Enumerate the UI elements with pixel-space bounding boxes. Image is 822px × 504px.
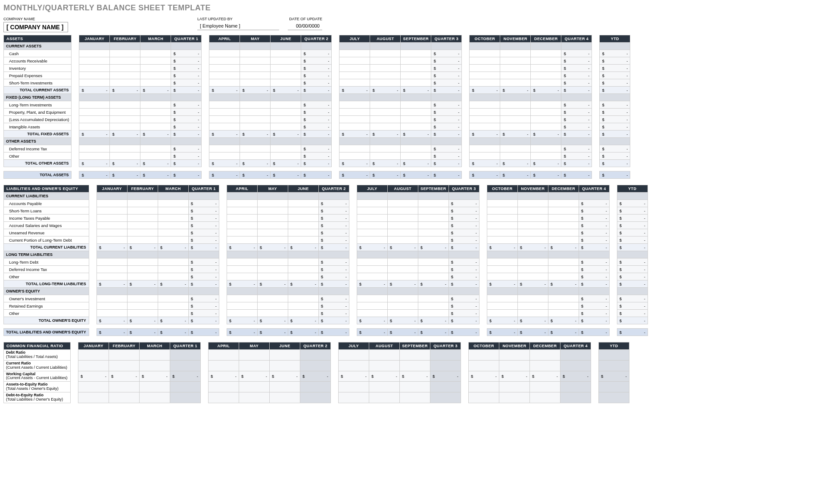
empty-cell[interactable] xyxy=(599,350,629,361)
empty-cell[interactable] xyxy=(418,200,448,207)
empty-cell[interactable] xyxy=(257,251,288,258)
money-cell[interactable]: $- xyxy=(301,145,332,152)
empty-cell[interactable] xyxy=(271,79,301,87)
empty-cell[interactable] xyxy=(487,302,517,310)
empty-cell[interactable] xyxy=(531,123,561,131)
empty-cell[interactable] xyxy=(487,295,517,302)
empty-cell[interactable] xyxy=(270,392,300,403)
empty-cell[interactable] xyxy=(418,273,448,280)
money-cell[interactable]: $- xyxy=(448,317,479,324)
money-cell[interactable]: $- xyxy=(257,280,288,288)
empty-cell[interactable] xyxy=(339,101,370,109)
empty-cell[interactable] xyxy=(110,145,140,152)
empty-cell[interactable] xyxy=(140,101,171,109)
empty-cell[interactable] xyxy=(209,101,240,109)
empty-cell[interactable] xyxy=(140,116,171,123)
empty-cell[interactable] xyxy=(170,382,201,392)
money-cell[interactable]: $- xyxy=(370,87,401,94)
money-cell[interactable]: $- xyxy=(240,87,271,94)
empty-cell[interactable] xyxy=(158,295,188,302)
empty-cell[interactable] xyxy=(448,251,479,258)
money-cell[interactable]: $- xyxy=(140,160,171,167)
empty-cell[interactable] xyxy=(418,288,448,295)
empty-cell[interactable] xyxy=(209,123,240,131)
empty-cell[interactable] xyxy=(257,222,288,229)
empty-cell[interactable] xyxy=(487,215,517,222)
empty-cell[interactable] xyxy=(548,200,579,207)
money-cell[interactable]: $- xyxy=(271,131,301,138)
empty-cell[interactable] xyxy=(271,50,301,57)
empty-cell[interactable] xyxy=(79,43,110,50)
empty-cell[interactable] xyxy=(599,360,629,371)
money-cell[interactable]: $- xyxy=(227,329,257,336)
empty-cell[interactable] xyxy=(500,109,531,116)
money-cell[interactable]: $- xyxy=(318,215,349,222)
money-cell[interactable]: $- xyxy=(227,280,257,288)
money-cell[interactable]: $- xyxy=(188,236,219,244)
empty-cell[interactable] xyxy=(140,382,170,392)
empty-cell[interactable] xyxy=(470,65,500,72)
empty-cell[interactable] xyxy=(560,392,591,403)
empty-cell[interactable] xyxy=(209,116,240,123)
empty-cell[interactable] xyxy=(97,310,127,317)
money-cell[interactable]: $- xyxy=(579,207,609,215)
empty-cell[interactable] xyxy=(387,302,418,310)
empty-cell[interactable] xyxy=(257,266,288,273)
money-cell[interactable]: $- xyxy=(431,50,462,57)
money-cell[interactable]: $- xyxy=(617,236,648,244)
empty-cell[interactable] xyxy=(97,295,127,302)
money-cell[interactable]: $- xyxy=(318,229,349,236)
empty-cell[interactable] xyxy=(209,392,239,403)
empty-cell[interactable] xyxy=(158,258,188,266)
empty-cell[interactable] xyxy=(109,360,140,371)
empty-cell[interactable] xyxy=(110,123,140,131)
money-cell[interactable]: $- xyxy=(579,236,609,244)
empty-cell[interactable] xyxy=(79,138,110,145)
money-cell[interactable]: $- xyxy=(617,229,648,236)
money-cell[interactable]: $- xyxy=(171,171,202,179)
money-cell[interactable]: $- xyxy=(448,295,479,302)
money-cell[interactable]: $- xyxy=(548,329,579,336)
money-cell[interactable]: $- xyxy=(301,57,332,65)
empty-cell[interactable] xyxy=(79,116,110,123)
empty-cell[interactable] xyxy=(617,251,648,258)
money-cell[interactable]: $- xyxy=(127,329,158,336)
empty-cell[interactable] xyxy=(369,350,400,361)
empty-cell[interactable] xyxy=(400,360,430,371)
empty-cell[interactable] xyxy=(271,109,301,116)
money-cell[interactable]: $- xyxy=(448,266,479,273)
empty-cell[interactable] xyxy=(418,236,448,244)
empty-cell[interactable] xyxy=(387,258,418,266)
empty-cell[interactable] xyxy=(158,266,188,273)
empty-cell[interactable] xyxy=(240,72,271,79)
money-cell[interactable]: $- xyxy=(271,160,301,167)
empty-cell[interactable] xyxy=(240,43,271,50)
empty-cell[interactable] xyxy=(140,138,171,145)
empty-cell[interactable] xyxy=(110,94,140,101)
empty-cell[interactable] xyxy=(370,50,401,57)
empty-cell[interactable] xyxy=(78,360,109,371)
empty-cell[interactable] xyxy=(300,350,331,361)
empty-cell[interactable] xyxy=(357,193,387,200)
money-cell[interactable]: $- xyxy=(469,371,499,382)
empty-cell[interactable] xyxy=(240,152,271,160)
empty-cell[interactable] xyxy=(240,50,271,57)
money-cell[interactable]: $- xyxy=(431,87,462,94)
empty-cell[interactable] xyxy=(357,302,387,310)
money-cell[interactable]: $- xyxy=(188,258,219,266)
empty-cell[interactable] xyxy=(370,94,401,101)
empty-cell[interactable] xyxy=(499,382,530,392)
empty-cell[interactable] xyxy=(470,79,500,87)
money-cell[interactable]: $- xyxy=(579,302,609,310)
money-cell[interactable]: $- xyxy=(300,371,331,382)
empty-cell[interactable] xyxy=(140,145,171,152)
money-cell[interactable]: $- xyxy=(257,329,288,336)
empty-cell[interactable] xyxy=(369,392,400,403)
empty-cell[interactable] xyxy=(271,152,301,160)
money-cell[interactable]: $- xyxy=(561,79,592,87)
empty-cell[interactable] xyxy=(339,72,370,79)
money-cell[interactable]: $- xyxy=(188,295,219,302)
money-cell[interactable]: $- xyxy=(418,280,448,288)
empty-cell[interactable] xyxy=(127,310,158,317)
empty-cell[interactable] xyxy=(531,57,561,65)
